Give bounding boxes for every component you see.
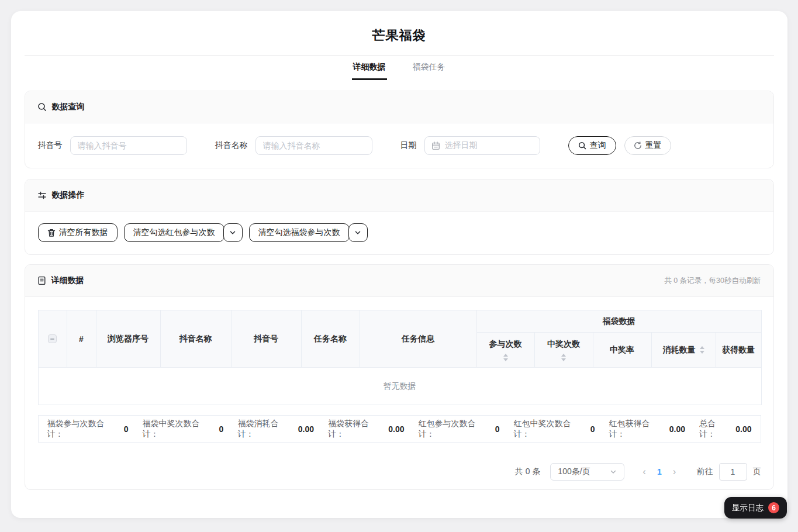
douyin-id-label: 抖音号: [38, 140, 63, 151]
summary-label: 红包中奖次数合计：: [514, 419, 586, 440]
operations-toolbar: 清空所有数据 清空勾选红包参与次数 清空勾选福袋参与次数: [25, 212, 773, 254]
summary-label: 福袋参与次数合计：: [47, 419, 119, 440]
col-browser-no: 浏览器序号: [96, 310, 160, 368]
page-size-select[interactable]: 100条/页: [550, 463, 624, 481]
empty-row: 暂无数据: [38, 368, 761, 405]
pager: ‹ 1 ›: [635, 463, 683, 481]
search-icon: [578, 141, 586, 150]
chevron-down-icon: [229, 229, 236, 236]
select-all-checkbox[interactable]: [48, 334, 57, 343]
tab-detail-data[interactable]: 详细数据: [352, 56, 387, 80]
show-log-button[interactable]: 显示日志 6: [724, 497, 787, 519]
col-consumed-qty-label: 消耗数量: [663, 345, 696, 355]
col-group-luckybag-data: 福袋数据: [476, 310, 761, 333]
page-number-1[interactable]: 1: [654, 467, 665, 476]
pagination-total: 共 0 条: [515, 467, 541, 477]
reset-button[interactable]: 重置: [624, 136, 671, 155]
col-join-count-label: 参与次数: [489, 339, 522, 350]
table-container: # 浏览器序号 抖音名称 抖音号 任务名称 任务信息 福袋数据 参与次数: [25, 297, 773, 489]
goto-page-input[interactable]: [719, 463, 747, 481]
query-section-title: 数据查询: [52, 102, 85, 112]
query-form: 抖音号 抖音名称 日期 选择日期 查询: [25, 123, 773, 168]
field-date: 日期 选择日期: [400, 136, 540, 155]
query-section: 数据查询 抖音号 抖音名称 日期 选择日期: [25, 91, 774, 168]
summary-label: 福袋消耗合计：: [237, 419, 293, 440]
clear-luckybag-dropdown-button[interactable]: [348, 223, 368, 242]
col-gained-qty: 获得数量: [716, 333, 761, 368]
col-win-count[interactable]: 中奖次数: [534, 333, 593, 368]
date-picker-input[interactable]: 选择日期: [424, 136, 540, 155]
trash-icon: [47, 229, 56, 237]
next-page-button[interactable]: ›: [665, 463, 684, 481]
summary-luckybag-gained: 福袋获得合计：0.00: [328, 419, 405, 440]
summary-luckybag-consumed: 福袋消耗合计：0.00: [237, 419, 314, 440]
sort-caret-icon[interactable]: [700, 346, 704, 354]
record-count-info: 共 0 条记录，每30秒自动刷新: [664, 276, 761, 286]
prev-page-button[interactable]: ‹: [635, 463, 654, 481]
col-task-info: 任务信息: [360, 310, 476, 368]
page-unit-label: 页: [753, 467, 761, 477]
page-size-value: 100条/页: [558, 467, 590, 477]
page-title: 芒果福袋: [11, 11, 787, 44]
detail-table: # 浏览器序号 抖音名称 抖音号 任务名称 任务信息 福袋数据 参与次数: [38, 310, 762, 405]
query-section-header: 数据查询: [25, 91, 773, 123]
operations-section: 数据操作 清空所有数据 清空勾选红包参与次数: [25, 179, 774, 255]
summary-label: 福袋中奖次数合计：: [142, 419, 214, 440]
summary-redpacket-join: 红包参与次数合计：0: [419, 419, 500, 440]
detail-section: 详细数据 共 0 条记录，每30秒自动刷新 # 浏览器序号: [25, 264, 774, 490]
chevron-down-icon: [610, 468, 617, 475]
col-task-name: 任务名称: [301, 310, 360, 368]
douyin-name-input[interactable]: [255, 136, 372, 155]
summary-luckybag-win: 福袋中奖次数合计：0: [142, 419, 223, 440]
operations-section-title: 数据操作: [52, 190, 85, 201]
show-log-label: 显示日志: [732, 503, 764, 513]
clear-redpacket-label: 清空勾选红包参与次数: [133, 227, 215, 238]
field-douyin-name: 抖音名称: [215, 136, 372, 155]
tab-bar: 详细数据 福袋任务: [11, 56, 787, 80]
clear-redpacket-group: 清空勾选红包参与次数: [124, 223, 243, 242]
select-all-header: [38, 310, 67, 368]
clear-all-data-button[interactable]: 清空所有数据: [38, 223, 118, 242]
refresh-icon: [634, 141, 642, 150]
sort-caret-icon[interactable]: [503, 354, 508, 361]
col-douyin-name: 抖音名称: [160, 310, 231, 368]
sort-caret-icon[interactable]: [561, 354, 566, 361]
summary-label: 福袋获得合计：: [328, 419, 384, 440]
summary-bar: 福袋参与次数合计：0 福袋中奖次数合计：0 福袋消耗合计：0.00 福袋获得合计…: [38, 415, 761, 443]
document-icon: [37, 276, 46, 285]
summary-redpacket-win: 红包中奖次数合计：0: [514, 419, 595, 440]
search-icon: [37, 102, 47, 112]
clear-redpacket-button[interactable]: 清空勾选红包参与次数: [124, 223, 224, 242]
summary-label: 红包获得合计：: [609, 419, 664, 440]
operations-section-header: 数据操作: [25, 179, 773, 212]
clear-all-data-label: 清空所有数据: [59, 227, 108, 238]
summary-redpacket-gained: 红包获得合计：0.00: [609, 419, 685, 440]
search-button-label: 查询: [590, 140, 606, 151]
col-win-count-label: 中奖次数: [547, 339, 580, 350]
clear-redpacket-dropdown-button[interactable]: [223, 223, 243, 242]
clear-luckybag-button[interactable]: 清空勾选福袋参与次数: [249, 223, 350, 242]
summary-value: 0.00: [669, 424, 685, 434]
detail-section-title: 详细数据: [51, 275, 84, 286]
sliders-icon: [37, 191, 47, 200]
douyin-name-label: 抖音名称: [215, 140, 248, 151]
summary-value: 0: [495, 424, 500, 434]
summary-label: 总合计：: [699, 419, 731, 440]
summary-value: 0: [124, 424, 129, 434]
douyin-id-input[interactable]: [70, 136, 187, 155]
goto-label: 前往: [697, 467, 713, 477]
main-card: 芒果福袋 详细数据 福袋任务 数据查询 抖音号 抖音名称 日期: [11, 11, 787, 518]
search-button[interactable]: 查询: [568, 136, 616, 155]
summary-luckybag-join: 福袋参与次数合计：0: [47, 419, 129, 440]
pagination-bar: 共 0 条 100条/页 ‹ 1 › 前往 页: [38, 463, 761, 481]
tab-luckybag-tasks[interactable]: 福袋任务: [412, 56, 447, 80]
field-douyin-id: 抖音号: [38, 136, 187, 155]
col-win-rate: 中奖率: [593, 333, 651, 368]
col-douyin-id: 抖音号: [231, 310, 301, 368]
col-join-count[interactable]: 参与次数: [476, 333, 534, 368]
detail-section-header: 详细数据 共 0 条记录，每30秒自动刷新: [25, 265, 773, 297]
empty-state-text: 暂无数据: [38, 368, 761, 405]
summary-value: 0.00: [298, 424, 314, 434]
calendar-icon: [431, 141, 440, 150]
col-consumed-qty[interactable]: 消耗数量: [651, 333, 716, 368]
